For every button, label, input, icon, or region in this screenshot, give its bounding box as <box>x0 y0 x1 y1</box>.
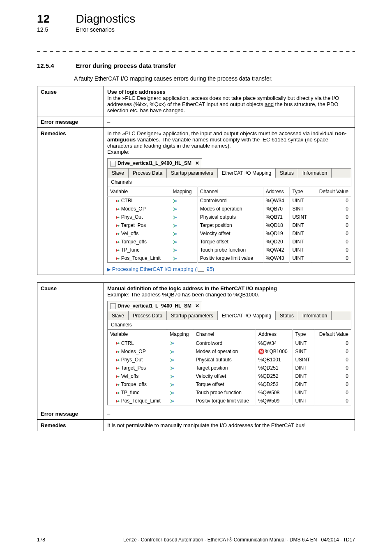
table-row[interactable]: Pos_Torque_LimitPositiv torque limit val… <box>108 254 351 263</box>
mapping-icon <box>170 341 175 346</box>
svg-point-21 <box>172 359 174 361</box>
cell-variable: Modes_OP <box>108 205 170 213</box>
tab-startup[interactable]: Startup parameters <box>167 311 218 320</box>
tab-slave[interactable]: Slave <box>108 169 129 178</box>
cell-address: %QD19 <box>263 229 290 238</box>
tab-status[interactable]: Status <box>276 311 298 320</box>
col-default[interactable]: Default Value <box>312 187 351 196</box>
col-variable[interactable]: Variable <box>108 187 170 196</box>
cell-default: 0 <box>314 347 351 356</box>
modified-marker-icon: M <box>258 349 264 354</box>
svg-point-2 <box>118 208 120 210</box>
table-row[interactable]: Modes_OPModes of operation%QB70SINT0 <box>108 205 351 213</box>
close-icon[interactable]: ✕ <box>195 303 199 309</box>
cell-variable: Pos_Torque_Limit <box>108 254 170 263</box>
col-mapping[interactable]: Mapping <box>167 329 193 339</box>
tab-process-data[interactable]: Process Data <box>129 169 167 178</box>
col-mapping[interactable]: Mapping <box>170 187 197 196</box>
cell-variable: Torque_offs <box>108 238 170 246</box>
table-row[interactable]: Torque_offsTorque offset%QD253DINT0 <box>108 380 351 388</box>
cell-mapping <box>167 347 193 356</box>
cell-type: DINT <box>293 372 314 380</box>
variable-arrow-icon <box>115 375 120 379</box>
svg-point-15 <box>175 258 177 259</box>
tab-status[interactable]: Status <box>276 169 298 178</box>
table-row[interactable]: Torque_offsTorque offset%QD20DINT0 <box>108 238 351 246</box>
cause-body: In the »PLC Designer« application, acces… <box>107 95 339 113</box>
mapping-icon <box>170 391 175 395</box>
table-row[interactable]: Pos_Torque_LimitPositiv torque limit val… <box>108 397 351 405</box>
tab-process-data[interactable]: Process Data <box>129 311 167 320</box>
tab-io-mapping[interactable]: EtherCAT I/O Mapping <box>218 169 276 178</box>
table-row[interactable]: Vel_offsVelocity offset%QD19DINT0 <box>108 229 351 238</box>
cell-channel: Touch probe function <box>197 246 263 254</box>
cell-channel: Positiv torque limit value <box>197 254 263 263</box>
cause-label: Cause <box>37 282 104 408</box>
cell-channel: Controlword <box>197 196 263 205</box>
table-row[interactable]: Target_PosTarget position%QD18DINT0 <box>108 221 351 229</box>
cross-ref-link[interactable]: ▶ Processing EtherCAT I/O mapping ( 95) <box>107 266 351 272</box>
subsection-title: Error during process data transfer <box>76 62 176 69</box>
col-type[interactable]: Type <box>293 329 314 339</box>
table-row[interactable]: Phys_OutPhysical outputs%QB1001USINT0 <box>108 356 351 364</box>
svg-point-6 <box>118 225 120 227</box>
col-default[interactable]: Default Value <box>314 329 351 339</box>
col-variable[interactable]: Variable <box>108 329 167 339</box>
table-row[interactable]: TP_funcTouch probe function%QW42UINT0 <box>108 246 351 254</box>
cell-type: UINT <box>290 246 312 254</box>
tab-information[interactable]: Information <box>298 311 332 320</box>
table-row[interactable]: CTRLControlword%QW34UINT0 <box>108 196 351 205</box>
cell-default: 0 <box>312 196 351 205</box>
tab-slave[interactable]: Slave <box>108 311 129 320</box>
variable-arrow-icon <box>115 199 120 203</box>
variable-arrow-icon <box>115 366 120 370</box>
cell-default: 0 <box>312 246 351 254</box>
close-icon[interactable]: ✕ <box>195 160 199 166</box>
cell-channel: Controlword <box>193 339 256 347</box>
col-channel[interactable]: Channel <box>197 187 263 196</box>
svg-point-30 <box>118 400 120 402</box>
table-row[interactable]: Vel_offsVelocity offset%QD252DINT0 <box>108 372 351 380</box>
cell-default: 0 <box>314 388 351 397</box>
cell-mapping <box>167 397 193 405</box>
cell-variable: TP_func <box>108 388 167 397</box>
tab-io-mapping[interactable]: EtherCAT I/O Mapping <box>218 311 276 320</box>
cell-variable: Torque_offs <box>108 380 167 388</box>
col-address[interactable]: Address <box>256 329 293 339</box>
cause-table-2: Cause Manual definition of the logic add… <box>37 282 355 432</box>
col-address[interactable]: Address <box>263 187 290 196</box>
variable-arrow-icon <box>115 399 120 403</box>
cell-variable: Vel_offs <box>108 372 167 380</box>
table-row[interactable]: Target_PosTarget position%QD251DINT0 <box>108 364 351 372</box>
cause-content: Manual definition of the logic address i… <box>104 282 355 408</box>
cell-mapping <box>170 205 197 213</box>
cell-variable: Phys_Out <box>108 213 170 221</box>
variable-arrow-icon <box>115 248 120 252</box>
table-row[interactable]: Phys_OutPhysical outputs%QB71USINT0 <box>108 213 351 221</box>
cell-mapping <box>167 364 193 372</box>
tab-startup[interactable]: Startup parameters <box>167 169 218 178</box>
tab-information[interactable]: Information <box>298 169 332 178</box>
cell-type: DINT <box>290 221 312 229</box>
mapping-icon <box>173 207 178 212</box>
table-row[interactable]: CTRLControlword%QW34UINT0 <box>108 339 351 347</box>
variable-arrow-icon <box>115 358 120 362</box>
errmsg-value: – <box>104 408 355 420</box>
svg-point-28 <box>118 392 120 394</box>
cell-mapping <box>167 380 193 388</box>
svg-point-31 <box>172 400 174 402</box>
cause-title: Use of logic addresses <box>107 89 166 95</box>
mapping-icon <box>170 382 175 387</box>
svg-point-16 <box>118 342 120 344</box>
svg-point-10 <box>118 241 120 243</box>
cell-mapping <box>167 356 193 364</box>
col-channel[interactable]: Channel <box>193 329 256 339</box>
table-row[interactable]: Modes_OPModes of operationM%QB1000SINT0 <box>108 347 351 356</box>
remedies-content: In the »PLC Designer« application, the i… <box>104 128 355 275</box>
col-type[interactable]: Type <box>290 187 312 196</box>
io-grid-1: Variable Mapping Channel Address Type De… <box>107 187 351 263</box>
table-row[interactable]: TP_funcTouch probe function%QW508UINT0 <box>108 388 351 397</box>
cell-type: DINT <box>293 380 314 388</box>
svg-point-25 <box>172 376 174 377</box>
cause-example: Example: The address %QB70 has been chan… <box>107 291 259 298</box>
